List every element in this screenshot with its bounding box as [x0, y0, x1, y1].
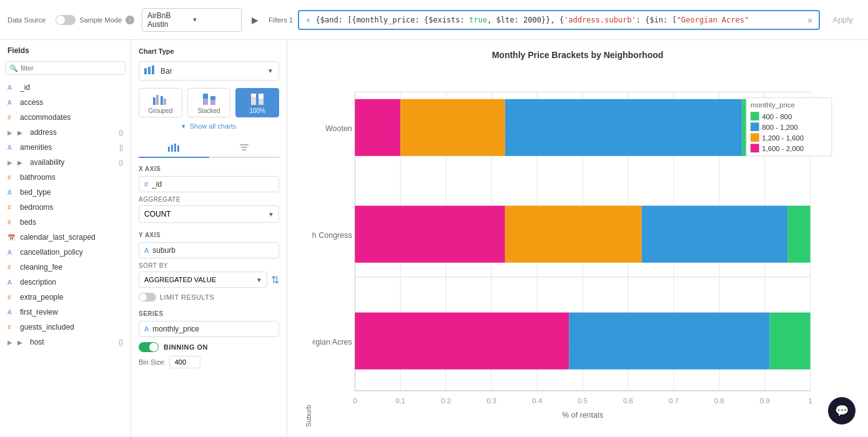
aggregate-select-wrapper: COUNT SUM AVG MIN MAX ▼ [139, 205, 279, 223]
svg-rect-6 [164, 99, 166, 105]
x-field-name: _id [152, 180, 162, 189]
bin-size-row: Bin Size: [139, 356, 279, 368]
chart-type-value: Bar [160, 67, 262, 76]
y-axis-label: Suburb [302, 70, 312, 427]
field-item-bathrooms[interactable]: # bathrooms [0, 170, 131, 185]
sort-select-wrapper: AGGREGATED VALUE FIELD VALUE ▼ [139, 272, 267, 288]
chart-content: 0 0.1 0.2 0.3 0.4 0.5 0.6 0.7 0.8 0.9 1 … [312, 70, 853, 427]
limit-row: LIMIT RESULTS [139, 293, 279, 302]
grouped-label: Grouped [148, 107, 172, 114]
bin-size-label: Bin Size: [139, 358, 165, 366]
chat-bubble[interactable]: 💬 [828, 397, 856, 425]
field-item-access[interactable]: A access [0, 95, 131, 110]
show-all-charts[interactable]: ▾ Show all charts [139, 122, 279, 130]
tab-chart[interactable] [139, 138, 209, 158]
field-item-cleaning_fee[interactable]: # cleaning_fee [0, 260, 131, 275]
svg-rect-18 [177, 145, 179, 152]
field-item-_id[interactable]: A _id [0, 80, 131, 95]
field-item-availability[interactable]: ▶ ▶ availability {} [0, 155, 131, 170]
expand-arrow-icon: ▶ [7, 159, 12, 166]
chart-type-select[interactable]: Bar ▼ [139, 61, 279, 81]
field-item-accommodates[interactable]: # accommodates [0, 110, 131, 125]
field-name-label: beds [20, 218, 123, 227]
filter-pill[interactable]: ⚡ {$and: [{monthly_price: {$exists: true… [298, 10, 820, 30]
forward-button[interactable]: ▶ [249, 12, 261, 27]
field-item-amenities[interactable]: A amenities [] [0, 140, 131, 155]
svg-rect-3 [153, 97, 155, 105]
filter-text: {$and: [{monthly_price: {$exists: true, … [316, 16, 802, 24]
svg-text:0.2: 0.2 [441, 397, 451, 405]
aggregate-select[interactable]: COUNT SUM AVG MIN MAX [139, 205, 279, 223]
field-item-bed_type[interactable]: A bed_type [0, 185, 131, 200]
svg-text:0.4: 0.4 [532, 397, 542, 405]
field-type-icon: ▶ [17, 129, 26, 136]
chart-svg: 0 0.1 0.2 0.3 0.4 0.5 0.6 0.7 0.8 0.9 1 … [312, 70, 853, 427]
svg-rect-15 [168, 147, 170, 152]
field-item-extra_people[interactable]: # extra_people [0, 290, 131, 305]
show-charts-arrow-icon: ▾ [182, 122, 185, 130]
field-item-host[interactable]: ▶ ▶ host {} [0, 335, 131, 350]
sort-row: AGGREGATED VALUE FIELD VALUE ▼ ⇅ [139, 272, 279, 288]
limit-label: LIMIT RESULTS [160, 293, 214, 301]
field-item-calendar_last_scraped[interactable]: 📅 calendar_last_scraped [0, 230, 131, 245]
field-name-label: description [20, 278, 123, 287]
chart-visualization: 0 0.1 0.2 0.3 0.4 0.5 0.6 0.7 0.8 0.9 1 … [312, 70, 853, 427]
limit-toggle[interactable] [139, 293, 156, 302]
sample-mode-toggle[interactable] [56, 15, 76, 25]
main-content: Fields 🔍 A _id A access # accommodates ▶… [0, 40, 868, 437]
field-item-description[interactable]: A description [0, 275, 131, 290]
y-axis-title: Y Axis [139, 232, 279, 238]
svg-text:0.6: 0.6 [623, 397, 633, 405]
svg-text:0.1: 0.1 [395, 397, 405, 405]
field-item-beds[interactable]: # beds [0, 215, 131, 230]
field-type-icon: ▶ [17, 339, 26, 346]
field-item-bedrooms[interactable]: # bedrooms [0, 200, 131, 215]
tab-filter[interactable] [209, 138, 280, 158]
svg-text:0.8: 0.8 [714, 397, 724, 405]
field-name-label: _id [20, 83, 123, 92]
field-type-icon: A [7, 279, 16, 286]
svg-rect-70 [751, 122, 759, 131]
fields-search-input[interactable] [5, 61, 126, 75]
chat-icon: 💬 [835, 404, 849, 418]
filters-label: Filters 1 [269, 16, 293, 24]
field-type-icon: 📅 [7, 234, 16, 241]
field-item-cancellation_policy[interactable]: A cancellation_policy [0, 245, 131, 260]
svg-rect-64 [569, 313, 769, 370]
field-name-label: bathrooms [20, 173, 123, 182]
svg-text:0.3: 0.3 [486, 397, 496, 405]
field-name-label: bed_type [20, 188, 123, 197]
field-type-icon: # [7, 324, 16, 331]
datasource-select[interactable]: AirBnB Austin ▼ [142, 8, 242, 32]
chart-variant-100[interactable]: 100% [235, 88, 279, 117]
svg-rect-4 [156, 95, 159, 105]
svg-text:0: 0 [353, 397, 357, 405]
sample-mode-info[interactable]: i [126, 16, 134, 24]
svg-text:0.7: 0.7 [669, 397, 679, 405]
binning-toggle[interactable] [139, 342, 159, 352]
svg-text:Wooten: Wooten [325, 124, 352, 133]
field-item-address[interactable]: ▶ ▶ address {} [0, 125, 131, 140]
field-item-guests_included[interactable]: # guests_included [0, 320, 131, 335]
svg-rect-65 [770, 313, 811, 370]
expand-arrow-icon: ▶ [7, 129, 12, 136]
datasource-value: AirBnB Austin [147, 11, 192, 29]
field-badge: {} [119, 159, 123, 166]
field-name-label: amenities [20, 143, 116, 152]
filter-close-icon[interactable]: ✕ [807, 15, 812, 25]
field-item-first_review[interactable]: A first_review [0, 305, 131, 320]
sort-by-select[interactable]: AGGREGATED VALUE FIELD VALUE [139, 272, 267, 288]
bin-size-input[interactable] [169, 356, 200, 368]
field-type-icon: A [7, 249, 16, 256]
config-panel: Chart Type Bar ▼ Grouped Stacked 100% ▾ [131, 40, 287, 437]
svg-rect-10 [210, 100, 215, 105]
chart-area: Suburb [302, 70, 853, 427]
chart-variant-grouped[interactable]: Grouped [139, 88, 182, 117]
svg-rect-74 [751, 144, 759, 152]
chart-variant-stacked[interactable]: Stacked [187, 88, 231, 117]
fields-list: A _id A access # accommodates ▶ ▶ addres… [0, 80, 131, 437]
field-name-label: address [30, 128, 115, 137]
sort-direction-icon[interactable]: ⇅ [271, 274, 279, 286]
config-tabs [139, 138, 279, 158]
apply-button[interactable]: Apply [825, 11, 861, 28]
